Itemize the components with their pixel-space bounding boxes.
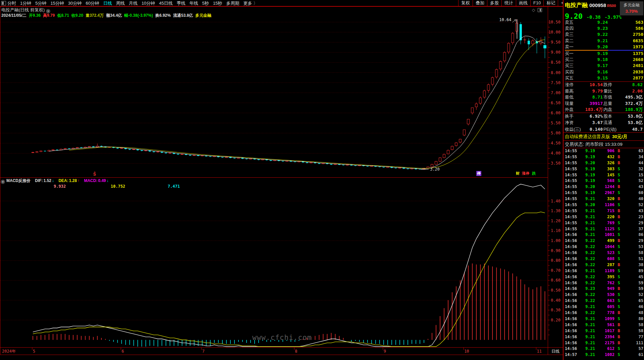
sector-name[interactable]: 多元金融 — [620, 2, 643, 8]
quote-panel: 电投产融000958R500 多元金融 3.70% 9.20 -0.38 -3.… — [564, 0, 644, 360]
queue-price: 9.16 — [578, 69, 608, 75]
ad-text[interactable]: 自动续费通达信普及版 — [565, 134, 610, 139]
tick-count: 43 — [623, 184, 643, 190]
tick-direction: B — [614, 154, 623, 160]
tick-row: 14:569.22499B29 — [565, 238, 643, 244]
tick-direction: B — [614, 328, 623, 334]
tick-time: 14:56 — [565, 316, 580, 322]
svg-text:10.00: 10.00 — [548, 30, 560, 35]
divider — [0, 6, 0, 355]
tick-price: 9.21 — [580, 268, 595, 274]
stat-label: 量比 — [603, 88, 621, 95]
queue-row[interactable]: 卖一9.201973 — [565, 44, 643, 50]
tick-time: 14:56 — [565, 322, 580, 328]
svg-text:7.50: 7.50 — [551, 80, 560, 85]
tick-time: 14:55 — [565, 190, 580, 196]
tick-row: 14:559.20326B44 — [565, 160, 643, 166]
stat-label: 流通 — [603, 119, 621, 126]
dif-arrow-icon: ↓ — [52, 178, 54, 183]
status-time: 15:33:09 — [605, 142, 623, 147]
divider — [0, 177, 548, 178]
svg-text:4.00: 4.00 — [551, 151, 560, 156]
queue-price: 9.18 — [578, 57, 608, 63]
stat-label: 最高 — [565, 88, 581, 95]
stock-name[interactable]: 电投产融 — [565, 2, 588, 8]
stats-block-b: 换手6.92%股本53.8亿净资3.67流通53.8亿收益(三)0.140PE(… — [565, 113, 643, 132]
queue-row[interactable]: 买二9.182668 — [565, 57, 643, 63]
svg-text:9.50: 9.50 — [551, 40, 560, 45]
queue-row[interactable]: 卖四9.23586 — [565, 25, 643, 32]
svg-text:5.50: 5.50 — [551, 121, 560, 125]
queue-row[interactable]: 买四9.162038 — [565, 69, 643, 75]
queue-row[interactable]: 买一9.191375 — [565, 51, 643, 57]
tick-price: 9.20 — [580, 160, 595, 166]
tick-direction: S — [614, 220, 623, 226]
tick-volume: 2967 — [595, 190, 614, 196]
tick-price: 9.19 — [580, 166, 595, 172]
svg-text:0.30: 0.30 — [551, 308, 560, 312]
tick-volume: 568 — [595, 178, 614, 184]
tick-price: 9.19 — [580, 148, 595, 154]
tick-direction: S — [614, 298, 623, 304]
queue-row[interactable]: 卖五9.24563 — [565, 19, 643, 25]
tick-price: 9.23 — [580, 286, 595, 292]
stat-label: 内盘 — [603, 107, 621, 113]
queue-label: 卖二 — [565, 38, 578, 44]
queue-row[interactable]: 买三9.172481 — [565, 63, 643, 69]
tick-volume: 320 — [595, 196, 614, 202]
tick-count: 32 — [623, 166, 643, 172]
queue-volume: 2750 — [608, 32, 643, 38]
tick-time: 14:55 — [565, 172, 580, 178]
tick-price: 9.21 — [580, 316, 595, 322]
tick-time: 14:55 — [565, 178, 580, 184]
watermark: www.cfchi.com — [252, 334, 312, 342]
tick-direction: S — [614, 172, 623, 178]
tick-count: 80 — [623, 316, 643, 322]
tick-volume: 1082 — [595, 352, 614, 358]
tick-time: 14:55 — [565, 208, 580, 214]
indicator-name[interactable]: MACD反推价 — [6, 178, 31, 183]
tick-time: 14:55 — [565, 184, 580, 190]
stat-label: 收益(三) — [565, 126, 581, 132]
tick-volume: 1189 — [595, 268, 614, 274]
queue-row[interactable]: 卖二9.216635 — [565, 38, 643, 44]
tick-count: 58 — [623, 328, 643, 334]
tick-count: 46 — [623, 304, 643, 310]
svg-text:1.10: 1.10 — [551, 228, 560, 233]
svg-text:10: 10 — [464, 349, 469, 354]
tick-direction: S — [614, 166, 623, 172]
stats-row: 净资3.67流通53.8亿 — [565, 119, 643, 126]
tick-count: 57 — [623, 346, 643, 352]
tick-row: 14:559.211125S37 — [565, 226, 643, 232]
tick-time: 14:56 — [565, 346, 580, 352]
tick-count: 59 — [623, 280, 643, 286]
tick-count: 52 — [623, 202, 643, 208]
tick-price: 9.19 — [580, 178, 595, 184]
stat-label: 总量 — [603, 101, 621, 107]
svg-text:9.00: 9.00 — [551, 50, 560, 55]
chevron-down-icon[interactable]: ∨ — [1, 180, 5, 184]
margin-tag: R500 — [607, 4, 616, 8]
tick-count: 89 — [623, 268, 643, 274]
queue-row[interactable]: 买五9.152877 — [565, 75, 643, 81]
ad-price: 30元/月 — [612, 134, 628, 139]
tick-time: 14:55 — [565, 148, 580, 154]
period-corner-label[interactable]: 日线 — [549, 349, 562, 354]
queue-row[interactable]: 卖三9.222750 — [565, 32, 643, 38]
tick-count: 37 — [623, 226, 643, 232]
tick-count: 59 — [623, 286, 643, 292]
tick-count: 38 — [623, 262, 643, 268]
svg-text:8.00: 8.00 — [551, 70, 560, 75]
tick-time: 14:56 — [565, 340, 580, 346]
tick-volume: 605 — [595, 304, 614, 310]
tick-price: 9.21 — [580, 322, 595, 328]
subscription-ad[interactable]: 自动续费通达信普及版30元/月 — [565, 133, 643, 140]
svg-text:8: 8 — [295, 349, 297, 354]
svg-text:5.00: 5.00 — [551, 131, 560, 135]
stat-value: 8.62 — [621, 82, 643, 88]
stat-value: 495.3亿 — [621, 94, 643, 101]
tick-trade-list[interactable]: 14:559.19906B6314:559.19432B3414:559.203… — [565, 148, 643, 358]
tick-volume: 949 — [595, 286, 614, 292]
tick-price: 9.22 — [580, 274, 595, 280]
tick-volume: 395 — [595, 274, 614, 280]
